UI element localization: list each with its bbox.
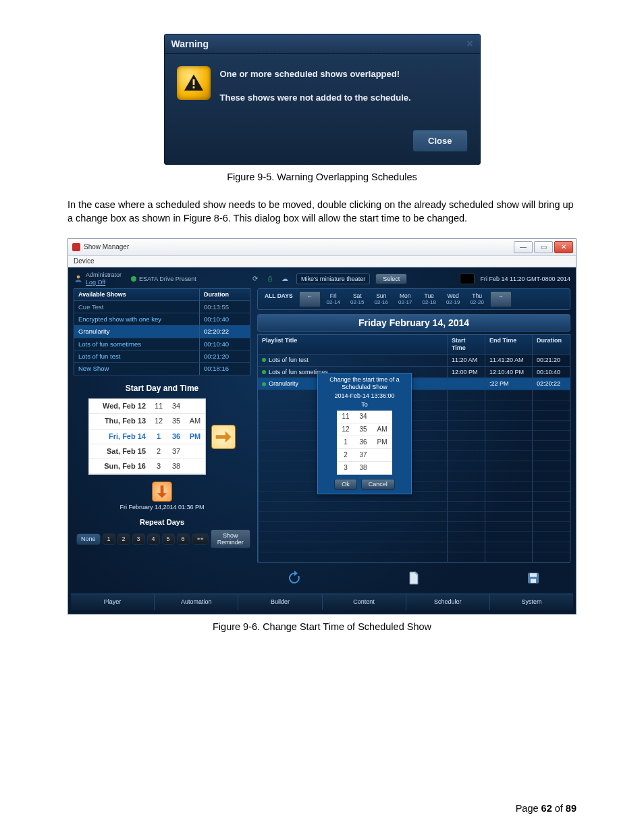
popup-time-picker[interactable]: 11341235AM136PM237338	[337, 411, 392, 475]
table-row[interactable]: Lots of fun test00:21:20	[74, 350, 250, 363]
glasses-icon[interactable]: 👓	[192, 533, 209, 545]
tab-day[interactable]: Sat02-15	[346, 291, 368, 307]
drive-status-icon	[131, 276, 136, 282]
change-start-time-popup: Change the start time of a Scheduled Sho…	[317, 373, 412, 494]
warning-icon	[177, 66, 211, 100]
repeat-pill[interactable]: 2	[117, 533, 130, 545]
warning-body: One or more scheduled shows overlapped! …	[165, 54, 480, 123]
tab-day[interactable]: Fri02-14	[323, 291, 344, 307]
maximize-button[interactable]: ▭	[534, 241, 553, 253]
repeat-pill[interactable]: 1	[103, 533, 115, 545]
schedule-table: Playlist Title Start Time End Time Durat…	[257, 334, 570, 563]
table-row[interactable]: Granularity02:20:22	[74, 325, 250, 338]
close-icon[interactable]: ×	[466, 38, 473, 49]
svg-rect-4	[530, 573, 537, 577]
window-title: Show Manager	[84, 243, 129, 251]
tab-day[interactable]: Sun02-16	[371, 291, 392, 307]
navtab-automation[interactable]: Automation	[154, 594, 238, 610]
assign-arrow-button[interactable]	[211, 425, 236, 449]
warning-dialog: Warning × One or more scheduled shows ov…	[164, 34, 481, 165]
tab-next[interactable]: →	[490, 291, 512, 307]
refresh-icon[interactable]	[284, 568, 304, 588]
col-duration: Duration	[532, 335, 570, 354]
page-footer: Page 62 of 89	[516, 803, 576, 814]
logoff-link[interactable]: Log Off	[86, 279, 122, 286]
tab-day[interactable]: Thu02-20	[466, 291, 487, 307]
navtab-player[interactable]: Player	[71, 594, 154, 610]
schedule-row[interactable]: Lots of fun test11:20 AM11:41:20 AM00:21…	[258, 354, 570, 366]
schedule-row[interactable]: Granularity:22 PM02:20:22	[258, 377, 570, 390]
app-icon	[72, 243, 80, 251]
start-day-time-heading: Start Day and Time	[74, 384, 250, 393]
tab-prev[interactable]: ←	[299, 291, 321, 307]
table-row[interactable]: Lots of fun sometimes00:10:40	[74, 338, 250, 350]
minimize-button[interactable]: —	[514, 241, 533, 253]
repeat-days-heading: Repeat Days	[74, 518, 250, 527]
col-end-time: End Time	[485, 335, 532, 354]
warning-titlebar: Warning ×	[165, 34, 480, 54]
col-available-shows: Available Shows	[74, 288, 200, 301]
topbar-datetime: Fri Feb 14 11:20 GMT-0800 2014	[480, 276, 570, 283]
svg-rect-1	[192, 86, 194, 88]
print-icon[interactable]: ⎙	[264, 273, 276, 285]
repeat-pill[interactable]: 4	[147, 533, 160, 545]
table-row[interactable]: Encrypted show with one key00:10:40	[74, 313, 250, 325]
popup-to-label: To	[318, 401, 411, 411]
admin-label: Administrator	[86, 271, 122, 279]
down-arrow-button[interactable]	[152, 481, 172, 502]
svg-rect-5	[531, 579, 536, 583]
col-playlist-title: Playlist Title	[258, 335, 447, 354]
schedule-row[interactable]: Lots of fun sometimes12:00 PM12:10:40 PM…	[258, 366, 570, 378]
tab-day[interactable]: Mon02-17	[394, 291, 416, 307]
warning-msg-2: These shows were not added to the schedu…	[220, 93, 411, 103]
body-paragraph: In the case where a scheduled show needs…	[68, 199, 576, 225]
day-tabs: ALL DAYS←Fri02-14Sat02-15Sun02-16Mon02-1…	[257, 288, 570, 310]
menu-device[interactable]: Device	[68, 256, 576, 267]
show-manager-window: Show Manager — ▭ ✕ Device Administrator …	[68, 238, 576, 615]
selected-datetime-summary: Fri February 14,2014 01:36 PM	[74, 504, 250, 511]
save-icon[interactable]	[523, 568, 543, 588]
show-reminder-button[interactable]: Show Reminder	[211, 529, 250, 548]
table-row[interactable]: New Show00:18:16	[74, 363, 250, 375]
app-topbar: Administrator Log Off ESATA Drive Presen…	[71, 269, 573, 288]
theater-field: Mike's miniature theater	[296, 273, 370, 285]
popup-cancel-button[interactable]: Cancel	[361, 479, 395, 490]
navtab-scheduler[interactable]: Scheduler	[406, 594, 489, 610]
col-start-time: Start Time	[447, 335, 485, 354]
start-day-time-picker[interactable]: Wed, Feb 121134Thu, Feb 131235AMFri, Feb…	[88, 398, 206, 475]
sync-icon[interactable]: ⟳	[249, 273, 261, 285]
document-icon[interactable]	[404, 568, 424, 588]
figure-9-6-caption: Figure 9-6. Change Start Time of Schedul…	[68, 621, 576, 632]
available-shows-table: Available Shows Duration Cue Test00:13:5…	[74, 288, 250, 375]
table-row[interactable]: Cue Test00:13:55	[74, 301, 250, 313]
camera-icon[interactable]	[460, 273, 475, 284]
user-icon	[74, 273, 83, 285]
close-button[interactable]: Close	[412, 130, 467, 152]
repeat-pill[interactable]: 5	[162, 533, 175, 545]
svg-rect-0	[192, 79, 194, 85]
warning-msg-1: One or more scheduled shows overlapped!	[220, 69, 411, 79]
tab-day[interactable]: Wed02-19	[442, 291, 464, 307]
repeat-pill[interactable]: 3	[132, 533, 145, 545]
warning-title: Warning	[171, 38, 209, 49]
popup-title: Change the start time of a Scheduled Sho…	[318, 373, 411, 392]
cloud-icon[interactable]: ☁	[279, 273, 291, 285]
bottom-nav: PlayerAutomationBuilderContentSchedulerS…	[71, 594, 573, 610]
navtab-content[interactable]: Content	[322, 594, 406, 610]
navtab-system[interactable]: System	[489, 594, 573, 610]
figure-9-5-caption: Figure 9-5. Warning Overlapping Schedule…	[68, 172, 576, 182]
tab-day[interactable]: Tue02-18	[418, 291, 439, 307]
select-button[interactable]: Select	[375, 273, 407, 284]
popup-ok-button[interactable]: Ok	[334, 479, 357, 490]
day-banner: Friday February 14, 2014	[257, 314, 570, 332]
navtab-builder[interactable]: Builder	[238, 594, 321, 610]
tab-all-days[interactable]: ALL DAYS	[261, 291, 297, 307]
repeat-pill[interactable]: 6	[177, 533, 190, 545]
col-duration: Duration	[200, 288, 250, 301]
repeat-pill[interactable]: None	[76, 533, 101, 545]
svg-point-2	[77, 276, 80, 279]
drive-label: ESATA Drive Present	[139, 276, 196, 283]
popup-datetime: 2014-Feb-14 13:36:00	[318, 392, 411, 401]
window-close-button[interactable]: ✕	[554, 241, 573, 253]
window-titlebar: Show Manager — ▭ ✕	[68, 239, 576, 256]
